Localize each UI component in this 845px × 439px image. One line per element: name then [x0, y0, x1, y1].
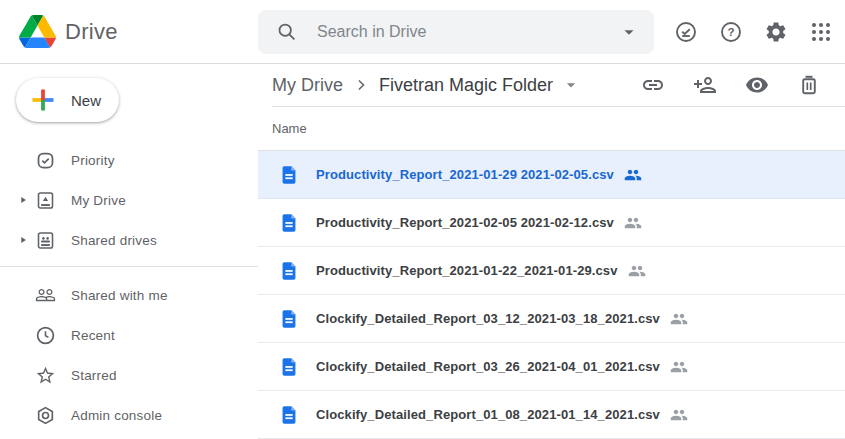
chevron-right-icon: [351, 75, 371, 95]
top-app-bar: Drive ?: [0, 0, 845, 64]
sidebar-item-starred[interactable]: Starred: [0, 355, 258, 395]
folder-menu-caret-icon[interactable]: [561, 75, 581, 95]
sidebar-divider: [0, 266, 258, 267]
search-input[interactable]: [317, 23, 618, 41]
shared-people-icon: [670, 358, 688, 376]
file-action-toolbar: [641, 73, 821, 97]
new-button[interactable]: New: [16, 78, 119, 122]
offline-status-icon[interactable]: [674, 20, 698, 44]
recent-icon: [35, 325, 56, 346]
svg-text:?: ?: [727, 26, 734, 38]
expand-arrow-icon[interactable]: [10, 235, 35, 245]
csv-file-icon: [278, 260, 300, 282]
csv-file-icon: [278, 404, 300, 426]
sidebar-item-shared-drives[interactable]: Shared drives: [0, 220, 258, 260]
csv-file-icon: [278, 164, 300, 186]
plus-icon: [29, 86, 57, 114]
sidebar-item-admin-console[interactable]: Admin console: [0, 395, 258, 435]
sidebar-nav: Priority My Drive: [0, 140, 258, 435]
file-row[interactable]: Clockify_Detailed_Report_03_26_2021-04_0…: [258, 343, 845, 391]
file-name: Productivity_Report_2021-01-22_2021-01-2…: [316, 263, 618, 278]
drive-logo-area[interactable]: Drive: [0, 15, 258, 48]
app-title: Drive: [65, 19, 118, 45]
google-drive-logo-icon: [19, 15, 56, 48]
starred-icon: [35, 365, 56, 386]
search-icon[interactable]: [276, 21, 297, 42]
breadcrumb: My Drive Fivetran Magic Folder: [272, 64, 845, 107]
name-column-header[interactable]: Name: [258, 107, 845, 151]
breadcrumb-current-folder[interactable]: Fivetran Magic Folder: [379, 75, 553, 96]
apps-grid-icon[interactable]: [809, 20, 833, 44]
shared-people-icon: [670, 310, 688, 328]
sidebar-item-my-drive[interactable]: My Drive: [0, 180, 258, 220]
delete-trash-icon[interactable]: [797, 73, 821, 97]
breadcrumb-parent[interactable]: My Drive: [272, 75, 343, 96]
shared-people-icon: [624, 214, 642, 232]
csv-file-icon: [278, 356, 300, 378]
share-person-add-icon[interactable]: [693, 73, 717, 97]
file-name: Clockify_Detailed_Report_01_08_2021-01_1…: [316, 407, 660, 422]
help-icon[interactable]: ?: [719, 20, 743, 44]
get-link-icon[interactable]: [641, 73, 665, 97]
csv-file-icon: [278, 212, 300, 234]
shared-drives-icon: [35, 230, 56, 251]
sidebar: New Priority: [0, 64, 258, 439]
main-panel: My Drive Fivetran Magic Folder: [258, 64, 845, 439]
sidebar-item-priority[interactable]: Priority: [0, 140, 258, 180]
file-row[interactable]: Productivity_Report_2021-01-22_2021-01-2…: [258, 247, 845, 295]
shared-people-icon: [628, 262, 646, 280]
sidebar-item-shared-with-me[interactable]: Shared with me: [0, 275, 258, 315]
file-row[interactable]: Productivity_Report_2021-02-05 2021-02-1…: [258, 199, 845, 247]
file-row[interactable]: Clockify_Detailed_Report_01_08_2021-01_1…: [258, 391, 845, 439]
shared-with-me-icon: [35, 284, 56, 306]
file-row[interactable]: Clockify_Detailed_Report_03_12_2021-03_1…: [258, 295, 845, 343]
file-name: Clockify_Detailed_Report_03_26_2021-04_0…: [316, 359, 660, 374]
shared-people-icon: [670, 406, 688, 424]
new-button-label: New: [71, 92, 101, 109]
settings-icon[interactable]: [764, 20, 788, 44]
search-options-caret-icon[interactable]: [618, 21, 640, 43]
priority-icon: [35, 150, 56, 171]
header-actions: ?: [654, 20, 845, 44]
file-name: Productivity_Report_2021-02-05 2021-02-1…: [316, 215, 614, 230]
file-row[interactable]: Productivity_Report_2021-01-29 2021-02-0…: [258, 151, 845, 199]
file-name: Productivity_Report_2021-01-29 2021-02-0…: [316, 167, 614, 182]
my-drive-icon: [35, 190, 56, 211]
csv-file-icon: [278, 308, 300, 330]
shared-people-icon: [624, 166, 642, 184]
file-name: Clockify_Detailed_Report_03_12_2021-03_1…: [316, 311, 660, 326]
search-bar[interactable]: [258, 10, 654, 54]
expand-arrow-icon[interactable]: [10, 195, 35, 205]
preview-eye-icon[interactable]: [745, 73, 769, 97]
file-list: Productivity_Report_2021-01-29 2021-02-0…: [258, 151, 845, 439]
sidebar-item-recent[interactable]: Recent: [0, 315, 258, 355]
admin-console-icon: [35, 405, 56, 426]
